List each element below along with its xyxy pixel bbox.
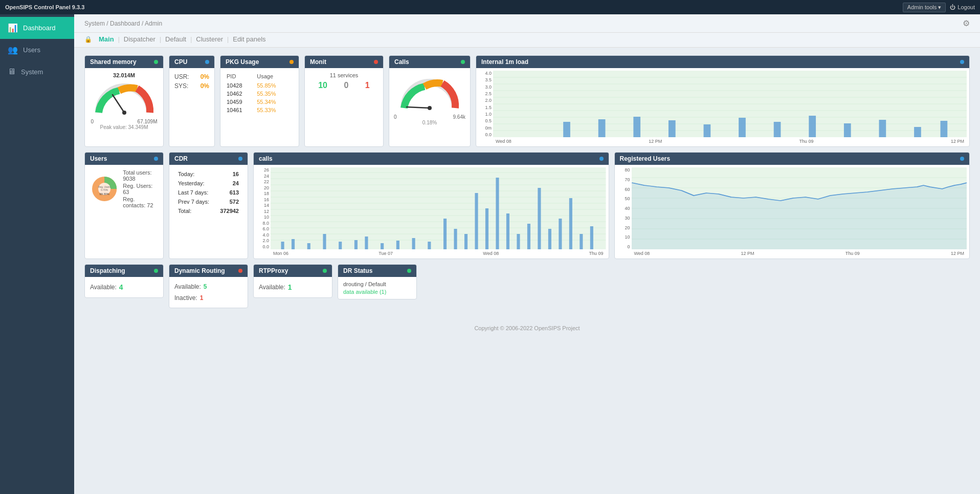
main-content: System / Dashboard / Admin ⚙ 🔒 Main | Di… xyxy=(74,14,980,494)
gauge-labels: 0 67.109M xyxy=(91,119,158,124)
pkg-header: PKG Usage xyxy=(220,56,299,68)
monit-red-count: 1 xyxy=(365,81,370,90)
shared-memory-gauge: 32.014M xyxy=(90,72,158,130)
dr-data-available[interactable]: data available (1) xyxy=(343,289,411,295)
logout-button[interactable]: ⏻ Logout xyxy=(950,4,975,10)
svg-text:0.70%: 0.70% xyxy=(101,189,108,191)
cdr-row: Yesterday:24 xyxy=(175,179,241,187)
card-row-2: Users Reg. Users 0.70% xyxy=(84,152,970,259)
dispatching-card: Dispatching Available: 4 xyxy=(84,264,164,298)
cdr-header: CDR xyxy=(169,153,248,165)
users-status xyxy=(154,157,158,161)
calls-gauge-body: 0 9.64k 0.18% xyxy=(389,68,470,130)
pkg-usage-card: PKG Usage PID Usage 104 xyxy=(220,55,299,147)
cpu-body: USR: 0% SYS: 0% xyxy=(169,68,214,95)
svg-rect-58 xyxy=(475,193,478,249)
pkg-col-pid: PID xyxy=(227,73,256,81)
svg-rect-61 xyxy=(506,213,509,249)
dispatching-available-row: Available: 4 xyxy=(90,281,158,293)
cpu-title: CPU xyxy=(174,58,187,66)
svg-rect-63 xyxy=(527,224,530,249)
footer-text: Copyright © 2006-2022 OpenSIPS Project xyxy=(474,325,580,331)
sidebar-item-label: Dashboard xyxy=(23,24,56,32)
svg-rect-25 xyxy=(941,121,948,137)
tab-edit-panels[interactable]: Edit panels xyxy=(231,35,267,43)
load-chart-svg xyxy=(493,71,967,137)
dynamic-routing-header: Dynamic Routing xyxy=(169,265,248,277)
calls-gauge: 0 9.64k 0.18% xyxy=(394,72,465,125)
pkg-body: PID Usage 1042855.85%1046255.35%1045955.… xyxy=(220,68,299,119)
load-x-labels: Wed 08 12 PM Thu 09 12 PM xyxy=(493,139,967,144)
app-title: OpenSIPS Control Panel 9.3.3 xyxy=(5,4,84,10)
card-row-1: Shared memory 32.014M xyxy=(84,55,970,147)
svg-rect-20 xyxy=(774,122,781,137)
power-icon: ⏻ xyxy=(950,4,955,10)
cpu-header: CPU xyxy=(169,56,214,68)
svg-text:99.30%: 99.30% xyxy=(100,192,109,196)
tab-main[interactable]: Main xyxy=(97,35,116,43)
cdr-value: 372942 xyxy=(216,207,241,215)
dr-status-card: DR Status drouting / Default data availa… xyxy=(338,264,417,299)
svg-rect-14 xyxy=(563,122,570,137)
svg-rect-57 xyxy=(464,234,467,249)
calls-y-labels: 26 24 22 20 18 16 14 12 10 8.0 6.0 xyxy=(256,167,271,249)
pkg-usage-val: 55.85% xyxy=(257,82,293,89)
monit-header: Monit xyxy=(305,56,383,68)
users-pie-svg: Reg. Users 0.70% 99.30% xyxy=(90,171,119,207)
sidebar-item-system[interactable]: 🖥 System xyxy=(0,61,74,82)
dashboard-content: Shared memory 32.014M xyxy=(74,48,980,321)
rtpproxy-card: RTPProxy Available: 1 xyxy=(253,264,332,298)
page-header: System / Dashboard / Admin ⚙ xyxy=(74,14,980,33)
svg-rect-45 xyxy=(292,239,295,249)
monit-card: Monit 11 services 10 0 xyxy=(304,55,384,147)
monit-gray-count: 0 xyxy=(344,81,348,90)
pkg-table: PID Usage 1042855.85%1046255.35%1045955.… xyxy=(226,72,294,115)
gear-button[interactable]: ⚙ xyxy=(963,18,970,28)
svg-rect-31 xyxy=(271,167,606,249)
calls-gauge-labels: 0 9.64k xyxy=(394,114,465,120)
svg-rect-21 xyxy=(809,116,816,137)
cdr-label: Yesterday: xyxy=(175,179,215,187)
cpu-card: CPU USR: 0% SYS: 0% xyxy=(169,55,215,147)
pkg-pid: 10462 xyxy=(227,90,256,97)
rtpproxy-available-label: Available: xyxy=(259,284,285,291)
cpu-status xyxy=(205,60,209,64)
svg-line-0 xyxy=(113,95,124,113)
calls-chart-svg xyxy=(271,167,606,249)
registered-users-body: 80 70 60 50 40 30 20 10 0 xyxy=(615,165,970,259)
dispatching-available-label: Available: xyxy=(90,284,117,291)
sidebar-item-dashboard[interactable]: 📊 Dashboard xyxy=(0,17,74,39)
cdr-status xyxy=(238,157,242,161)
dr-status-body: drouting / Default data available (1) xyxy=(338,277,416,299)
pkg-status xyxy=(289,60,294,64)
cdr-value: 613 xyxy=(216,188,241,197)
topbar: OpenSIPS Control Panel 9.3.3 Admin tools… xyxy=(0,0,980,14)
users-content: Reg. Users 0.70% 99.30% Total users: 903… xyxy=(90,169,158,209)
breadcrumb: System / Dashboard / Admin xyxy=(84,20,162,27)
admin-tools-button[interactable]: Admin tools ▾ xyxy=(903,3,946,12)
svg-rect-65 xyxy=(548,229,551,249)
svg-rect-51 xyxy=(381,243,384,249)
svg-rect-47 xyxy=(323,234,326,249)
system-icon: 🖥 xyxy=(8,67,16,76)
tab-default[interactable]: Default xyxy=(164,35,188,43)
rtpproxy-body: Available: 1 xyxy=(254,277,332,297)
registered-users-status xyxy=(960,157,964,161)
dr-inactive-row: Inactive: 1 xyxy=(174,292,242,304)
svg-rect-66 xyxy=(559,219,562,249)
cdr-label: Prev 7 days: xyxy=(175,198,215,206)
svg-rect-16 xyxy=(633,117,640,137)
pkg-usage-val: 55.34% xyxy=(257,98,293,105)
users-card: Users Reg. Users 0.70% xyxy=(84,152,164,259)
pkg-title: PKG Usage xyxy=(226,58,259,66)
tab-dispatcher[interactable]: Dispatcher xyxy=(122,35,157,43)
calls-gauge-svg xyxy=(394,72,465,113)
sidebar-item-users[interactable]: 👥 Users xyxy=(0,39,74,61)
svg-rect-60 xyxy=(496,178,499,249)
tab-clusterer[interactable]: Clusterer xyxy=(194,35,225,43)
dr-routing: drouting / Default xyxy=(343,281,411,287)
pkg-pid: 10459 xyxy=(227,98,256,105)
internal-load-body: 4.0 3.5 3.0 2.5 2.0 1.5 1.0 0.5 0m 0.0 xyxy=(476,68,969,146)
calls-title: Calls xyxy=(394,58,409,66)
cdr-value: 24 xyxy=(216,179,241,187)
